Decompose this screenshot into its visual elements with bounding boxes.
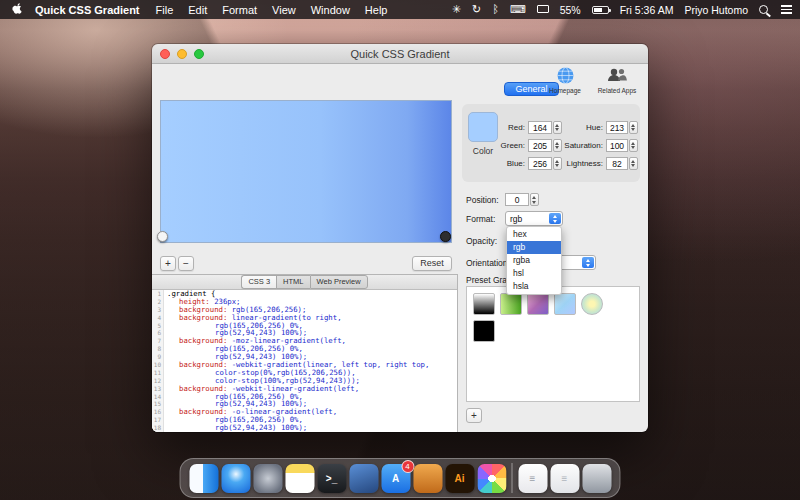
menu-format[interactable]: Format [222, 4, 257, 16]
preset-green[interactable] [500, 293, 522, 315]
menu-file[interactable]: File [156, 4, 174, 16]
dock-launchpad-icon[interactable] [253, 464, 282, 493]
time-machine-icon[interactable]: ↻ [472, 0, 481, 19]
format-option-rgba[interactable]: rgba [507, 254, 561, 267]
format-label: Format: [466, 214, 495, 224]
bluetooth-icon[interactable]: ᛒ [492, 0, 499, 19]
format-option-hsla[interactable]: hsla [507, 280, 561, 293]
window-title: Quick CSS Gradient [152, 44, 648, 64]
minimize-button[interactable] [177, 49, 187, 59]
blue-value[interactable]: 256 [528, 157, 552, 170]
code-lines[interactable]: 1.gradient {2height: 236px;3background: … [152, 290, 457, 432]
dock-terminal-icon[interactable]: >_ [317, 464, 346, 493]
hue-value[interactable]: 213 [606, 121, 628, 134]
red-value[interactable]: 164 [528, 121, 552, 134]
rgb-row-red: Red:164 [500, 118, 562, 136]
format-dropdown-menu: hexrgbrgbahslhsla [506, 226, 562, 295]
saturation-value[interactable]: 100 [606, 139, 628, 152]
code-tab-web-preview[interactable]: Web Preview [310, 275, 368, 289]
menubar-user[interactable]: Priyo Hutomo [684, 4, 748, 16]
code-panel: CSS 3HTMLWeb Preview 1.gradient {2height… [152, 274, 458, 432]
saturation-label: Saturation: [564, 141, 606, 150]
homepage-label: Homepage [542, 87, 588, 94]
red-stepper[interactable] [553, 121, 562, 134]
input-menu-icon[interactable]: ⌨ [510, 0, 526, 19]
preset-radial-pastel[interactable] [581, 293, 603, 315]
dock-safari-icon[interactable] [221, 464, 250, 493]
preset-black[interactable] [473, 320, 495, 342]
menubar-menus: FileEditFormatViewWindowHelp [156, 4, 388, 16]
gradient-stop-handle-left[interactable] [157, 231, 168, 242]
dock-notes-icon[interactable] [285, 464, 314, 493]
hsl-row-lightness: Lightness:82 [564, 154, 638, 172]
related-apps-button[interactable]: Related Apps [594, 67, 640, 94]
lightness-value[interactable]: 82 [606, 157, 628, 170]
menu-view[interactable]: View [272, 4, 296, 16]
hsl-row-saturation: Saturation:100 [564, 136, 638, 154]
preset-panel [466, 286, 640, 402]
related-apps-label: Related Apps [594, 87, 640, 94]
lightness-stepper[interactable] [629, 157, 638, 170]
dock-photos-icon[interactable] [477, 464, 506, 493]
code-tab-css-3[interactable]: CSS 3 [241, 275, 276, 289]
opacity-label: Opacity: [466, 236, 497, 246]
hsl-fields: Hue:213Saturation:100Lightness:82 [564, 118, 638, 172]
code-tab-html[interactable]: HTML [276, 275, 309, 289]
apple-menu-icon[interactable] [12, 3, 23, 16]
green-value[interactable]: 205 [528, 139, 552, 152]
zoom-button[interactable] [194, 49, 204, 59]
format-option-rgb[interactable]: rgb [507, 241, 561, 254]
remove-stop-button[interactable]: − [178, 256, 194, 271]
preset-grayscale[interactable] [473, 293, 495, 315]
preset-sky-blue[interactable] [554, 293, 576, 315]
dock-trash-icon[interactable] [582, 464, 611, 493]
menu-edit[interactable]: Edit [188, 4, 207, 16]
homepage-button[interactable]: Homepage [542, 67, 588, 94]
gradient-stop-handle-right[interactable] [440, 231, 451, 242]
dock-finder-icon[interactable] [189, 464, 218, 493]
code-line: 4background: linear-gradient(to right, [152, 314, 457, 322]
dock-illustrator-icon[interactable]: Ai [445, 464, 474, 493]
format-option-hsl[interactable]: hsl [507, 267, 561, 280]
dock-document-1-icon[interactable]: ≡ [518, 464, 547, 493]
add-preset-button[interactable]: + [466, 408, 482, 423]
close-button[interactable] [160, 49, 170, 59]
notification-center-icon[interactable] [781, 5, 792, 14]
position-value[interactable]: 0 [505, 193, 529, 206]
add-stop-button[interactable]: + [160, 256, 176, 271]
preset-grid [467, 287, 615, 348]
rgb-fields: Red:164Green:205Blue:256 [500, 118, 562, 172]
lightness-label: Lightness: [564, 159, 606, 168]
dock-xcode-icon[interactable] [349, 464, 378, 493]
dock-books-icon[interactable] [413, 464, 442, 493]
status-asterisk-icon[interactable]: ✳ [452, 0, 461, 19]
reset-button[interactable]: Reset [412, 256, 452, 271]
code-line: 16background: -o-linear-gradient(left, [152, 408, 457, 416]
position-stepper[interactable] [530, 193, 539, 206]
desktop-wallpaper: Quick CSS Gradient FileEditFormatViewWin… [0, 0, 800, 500]
format-option-hex[interactable]: hex [507, 228, 561, 241]
display-mirroring-icon[interactable] [537, 0, 549, 19]
menu-window[interactable]: Window [311, 4, 350, 16]
window-titlebar[interactable]: Quick CSS Gradient [152, 44, 648, 64]
menubar-clock[interactable]: Fri 5:36 AM [620, 4, 674, 16]
green-stepper[interactable] [553, 139, 562, 152]
traffic-lights [160, 49, 204, 59]
menu-help[interactable]: Help [365, 4, 388, 16]
battery-icon[interactable] [592, 6, 609, 14]
dock-app-store-icon[interactable]: A4 [381, 464, 410, 493]
blue-stepper[interactable] [553, 157, 562, 170]
saturation-stepper[interactable] [629, 139, 638, 152]
dock-glyph: ≡ [562, 473, 568, 484]
code-tabstrip: CSS 3HTMLWeb Preview [152, 275, 457, 290]
hue-stepper[interactable] [629, 121, 638, 134]
spotlight-icon[interactable] [759, 5, 768, 14]
format-select[interactable]: rgb [505, 211, 563, 226]
menubar-app-name[interactable]: Quick CSS Gradient [35, 4, 140, 16]
color-swatch[interactable] [468, 112, 498, 142]
rgb-row-green: Green:205 [500, 136, 562, 154]
preset-pink-violet[interactable] [527, 293, 549, 315]
app-window: Quick CSS Gradient Homepage Related Apps… [152, 44, 648, 432]
orientation-label: Orientation: [466, 258, 510, 268]
dock-document-2-icon[interactable]: ≡ [550, 464, 579, 493]
